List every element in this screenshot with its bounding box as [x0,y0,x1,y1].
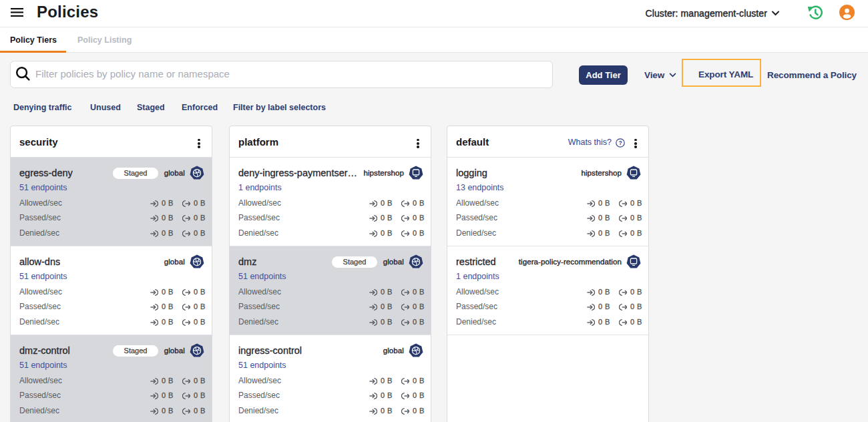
svg-text:?: ? [618,140,622,146]
